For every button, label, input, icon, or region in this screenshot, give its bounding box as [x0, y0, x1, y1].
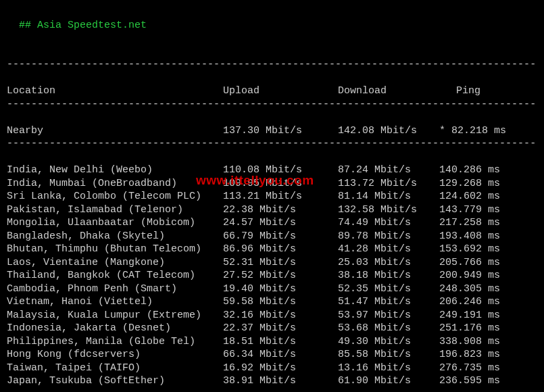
table-row-ping: 193.408 ms [439, 230, 520, 243]
table-row-location: Bhutan, Thimphu (Bhutan Telecom) [7, 243, 223, 256]
hr: ----------------------------------------… [7, 98, 537, 112]
table-row-upload: 38.91 Mbit/s [223, 374, 338, 388]
hr: ----------------------------------------… [7, 137, 537, 151]
table-row-ping: 276.735 ms [439, 362, 520, 375]
table-row-download: 89.78 Mbit/s [338, 230, 439, 243]
table-row-upload: 19.40 Mbit/s [223, 283, 338, 296]
table-row-ping: 196.823 ms [439, 348, 520, 362]
header-location: Location [7, 84, 223, 98]
nearby-upload: 137.30 Mbit/s [223, 124, 338, 138]
header-upload: Upload [223, 84, 338, 98]
table-row-upload: 27.52 Mbit/s [223, 269, 338, 283]
header-download: Download [338, 84, 439, 98]
table-row-ping: 338.908 ms [439, 335, 520, 349]
results-table: India, New Delhi (Weebo)110.08 Mbit/s87.… [7, 164, 537, 388]
table-row-download: 41.28 Mbit/s [338, 243, 439, 256]
table-row-download: 85.58 Mbit/s [338, 348, 439, 362]
table-row-ping: 248.305 ms [439, 283, 520, 296]
table-row-download: 38.18 Mbit/s [338, 269, 439, 283]
table-row-download: 81.14 Mbit/s [338, 190, 439, 203]
table-row-ping: 124.602 ms [439, 190, 520, 203]
title: ## Asia Speedtest.net [19, 20, 147, 31]
table-row-upload: 24.57 Mbit/s [223, 216, 338, 230]
table-row-location: Cambodia, Phnom Penh (Smart) [7, 283, 223, 296]
table-row-ping: 143.779 ms [439, 203, 520, 217]
table-row-location: Bangladesh, Dhaka (Skytel) [7, 230, 223, 243]
table-row-ping: 249.191 ms [439, 309, 520, 322]
table-row-download: 61.90 Mbit/s [338, 374, 439, 388]
table-row-ping: 217.258 ms [439, 216, 520, 230]
table-row-location: Pakistan, Islamabad (Telenor) [7, 203, 223, 217]
table-row-upload: 52.31 Mbit/s [223, 256, 338, 270]
table-row-location: Taiwan, Taipei (TAIFO) [7, 362, 223, 375]
table-row-upload: 16.92 Mbit/s [223, 362, 338, 375]
table-row-upload: 18.51 Mbit/s [223, 335, 338, 349]
table-row-ping: 200.949 ms [439, 269, 520, 283]
table-row-download: 25.03 Mbit/s [338, 256, 439, 270]
table-row-download: 51.47 Mbit/s [338, 295, 439, 309]
table-row-download: 49.30 Mbit/s [338, 335, 439, 349]
table-row-location: Thailand, Bangkok (CAT Telecom) [7, 269, 223, 283]
terminal-window: ## Asia Speedtest.net ------------------… [0, 0, 544, 392]
nearby-ping: * 82.218 ms [439, 124, 520, 138]
table-row-ping: 206.246 ms [439, 295, 520, 309]
table-row-upload: 109.95 Mbit/s [223, 177, 338, 191]
table-row-location: Laos, Vientaine (Mangkone) [7, 256, 223, 270]
table-row-upload: 66.34 Mbit/s [223, 348, 338, 362]
table-row-location: Sri Lanka, Colombo (Telecom PLC) [7, 190, 223, 203]
table-row-download: 52.35 Mbit/s [338, 283, 439, 296]
table-row-download: 113.72 Mbit/s [338, 177, 439, 191]
table-row-ping: 140.286 ms [439, 164, 520, 177]
table-row-download: 53.68 Mbit/s [338, 322, 439, 335]
table-row-location: India, Mumbai (OneBroadband) [7, 177, 223, 191]
table-row-upload: 59.58 Mbit/s [223, 295, 338, 309]
table-row-upload: 32.16 Mbit/s [223, 309, 338, 322]
table-row-upload: 86.96 Mbit/s [223, 243, 338, 256]
table-row-location: Japan, Tsukuba (SoftEther) [7, 374, 223, 388]
table-row-location: Vietnam, Hanoi (Viettel) [7, 295, 223, 309]
table-row-download: 53.97 Mbit/s [338, 309, 439, 322]
table-row-download: 13.16 Mbit/s [338, 362, 439, 375]
table-row-location: Mongolia, Ulaanbaatar (Mobicom) [7, 216, 223, 230]
nearby-label: Nearby [7, 124, 223, 138]
table-row-upload: 110.08 Mbit/s [223, 164, 338, 177]
table-row-upload: 66.79 Mbit/s [223, 230, 338, 243]
table-row-ping: 153.692 ms [439, 243, 520, 256]
table-row-ping: 236.595 ms [439, 374, 520, 388]
table-row-location: Indonesia, Jakarta (Desnet) [7, 322, 223, 335]
table-row-download: 87.24 Mbit/s [338, 164, 439, 177]
table-row-ping: 251.176 ms [439, 322, 520, 335]
table-row-location: Hong Kong (fdcservers) [7, 348, 223, 362]
table-row-location: Philippines, Manila (Globe Tel) [7, 335, 223, 349]
header-ping: Ping [439, 84, 537, 98]
table-row-upload: 22.38 Mbit/s [223, 203, 338, 217]
table-row-upload: 22.37 Mbit/s [223, 322, 338, 335]
table-row-download: 74.49 Mbit/s [338, 216, 439, 230]
table-row-location: Malaysia, Kuala Lumpur (Extreme) [7, 309, 223, 322]
table-row-upload: 113.21 Mbit/s [223, 190, 338, 203]
table-row-ping: 205.766 ms [439, 256, 520, 270]
table-row-ping: 129.268 ms [439, 177, 520, 191]
table-row-location: India, New Delhi (Weebo) [7, 164, 223, 177]
table-row-download: 132.58 Mbit/s [338, 203, 439, 217]
hr: ----------------------------------------… [7, 58, 537, 72]
hr: ----------------------------------------… [7, 388, 537, 393]
nearby-download: 142.08 Mbit/s [338, 124, 439, 138]
